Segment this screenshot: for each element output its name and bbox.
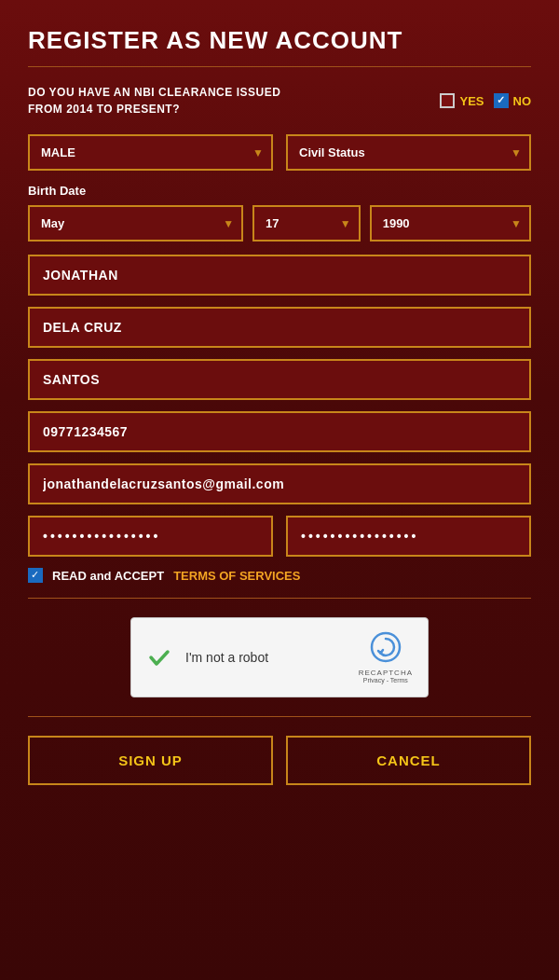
recaptcha-check-icon <box>146 644 172 670</box>
gender-wrapper: MALE FEMALE ▼ <box>28 134 273 171</box>
nbi-no-option[interactable]: NO <box>494 93 532 108</box>
birth-day-select[interactable]: 12345 678910 1112131415 1617181920 21222… <box>252 205 361 242</box>
gender-civil-row: MALE FEMALE ▼ Civil Status Single Marrie… <box>28 134 531 171</box>
birth-month-select[interactable]: January February March April May June Ju… <box>28 205 243 242</box>
buttons-divider <box>28 716 531 717</box>
password-input[interactable] <box>28 516 273 557</box>
terms-prefix-text: READ and ACCEPT <box>52 569 164 583</box>
gender-select[interactable]: MALE FEMALE <box>28 134 273 171</box>
nbi-yes-option[interactable]: YES <box>440 93 484 108</box>
recaptcha-left: I'm not a robot <box>146 644 268 670</box>
civil-status-wrapper: Civil Status Single Married Widowed Sepa… <box>286 134 531 171</box>
birth-day-wrapper: 12345 678910 1112131415 1617181920 21222… <box>252 205 361 242</box>
nbi-options: YES NO <box>440 93 531 108</box>
terms-link[interactable]: TERMS OF SERVICES <box>173 569 300 583</box>
recaptcha-divider <box>28 598 531 599</box>
nbi-question-text: DO YOU HAVE AN NBI CLEARANCE ISSUED FROM… <box>28 84 307 117</box>
phone-input[interactable] <box>28 411 531 452</box>
birth-date-row: January February March April May June Ju… <box>28 205 531 242</box>
terms-checkbox[interactable] <box>28 568 43 583</box>
recaptcha-box[interactable]: I'm not a robot reCAPTCHA Privacy - Term… <box>130 617 429 697</box>
civil-status-select[interactable]: Civil Status Single Married Widowed Sepa… <box>286 134 531 171</box>
nbi-yes-label: YES <box>459 94 484 108</box>
birth-year-wrapper: 1980198119821983 1984198519861987 198819… <box>370 205 531 242</box>
recaptcha-links-text: Privacy - Terms <box>363 677 408 683</box>
nbi-no-checkbox[interactable] <box>494 93 509 108</box>
page-title: REGISTER AS NEW ACCOUNT <box>28 26 531 55</box>
recaptcha-logo-icon <box>370 631 402 669</box>
password-row <box>28 516 531 557</box>
terms-row: READ and ACCEPT TERMS OF SERVICES <box>28 568 531 583</box>
nbi-yes-checkbox[interactable] <box>440 93 455 108</box>
cancel-button[interactable]: CANCEL <box>286 736 531 785</box>
title-divider <box>28 66 531 67</box>
birth-month-wrapper: January February March April May June Ju… <box>28 205 243 242</box>
recaptcha-brand-text: reCAPTCHA <box>359 669 413 677</box>
recaptcha-label: I'm not a robot <box>185 650 268 665</box>
confirm-password-input[interactable] <box>286 516 531 557</box>
birth-year-select[interactable]: 1980198119821983 1984198519861987 198819… <box>370 205 531 242</box>
signup-button[interactable]: SIGN UP <box>28 736 273 785</box>
middle-name-input[interactable] <box>28 359 531 400</box>
last-name-input[interactable] <box>28 307 531 348</box>
nbi-no-label: NO <box>513 94 532 108</box>
first-name-input[interactable] <box>28 255 531 296</box>
birth-date-label: Birth Date <box>28 184 531 198</box>
nbi-clearance-row: DO YOU HAVE AN NBI CLEARANCE ISSUED FROM… <box>28 84 531 117</box>
recaptcha-right: reCAPTCHA Privacy - Terms <box>359 631 413 683</box>
buttons-row: SIGN UP CANCEL <box>28 736 531 785</box>
email-input[interactable] <box>28 463 531 504</box>
